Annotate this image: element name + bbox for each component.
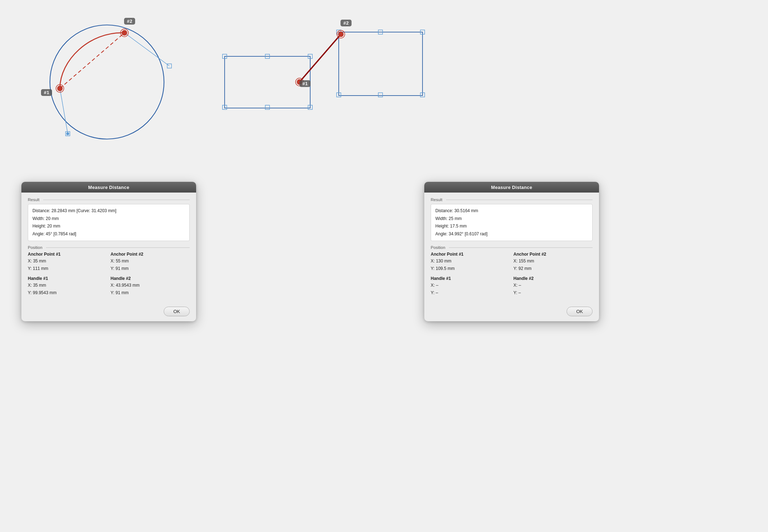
- svg-point-7: [57, 86, 62, 91]
- left-anchor2-x: X: 55 mm: [111, 257, 190, 265]
- left-anchor-grid: Anchor Point #1 X: 35 mm Y: 111 mm Ancho…: [28, 252, 190, 272]
- right-width: Width: 25 mm: [435, 215, 588, 223]
- right-handle-grid: Handle #1 X: – Y: – Handle #2 X: – Y: –: [431, 276, 593, 297]
- right-handle1-y: Y: –: [431, 289, 510, 297]
- right-angle: Angle: 34.992° [0.6107 rad]: [435, 230, 588, 238]
- right-anchor1-col: Anchor Point #1 X: 130 mm Y: 109.5 mm: [431, 252, 510, 272]
- right-anchor1-label: Anchor Point #1: [431, 252, 510, 257]
- left-result-section-label: Result: [28, 198, 190, 202]
- svg-rect-23: [378, 93, 383, 97]
- right-diagram-svg: [221, 11, 428, 146]
- left-ok-button[interactable]: OK: [164, 307, 190, 316]
- right-result-box: Distance: 30.5164 mm Width: 25 mm Height…: [431, 204, 593, 241]
- svg-rect-18: [339, 32, 423, 96]
- left-anchor1-col: Anchor Point #1 X: 35 mm Y: 111 mm: [28, 252, 107, 272]
- left-diagram: #1 #2: [21, 7, 207, 164]
- left-dialog-footer: OK: [21, 305, 196, 321]
- left-anchor2-label: Anchor Point #2: [111, 252, 190, 257]
- left-handle2-col: Handle #2 X: 43.9543 mm Y: 91 mm: [111, 276, 190, 297]
- right-anchor2-x: X: 155 mm: [513, 257, 593, 265]
- left-anchor1-x: X: 35 mm: [28, 257, 107, 265]
- left-width: Width: 20 mm: [32, 215, 185, 223]
- right-handle1-col: Handle #1 X: – Y: –: [431, 276, 510, 297]
- left-handle2-label: Handle #2: [111, 276, 190, 281]
- svg-point-6: [66, 132, 69, 135]
- right-handle2-y: Y: –: [513, 289, 593, 297]
- point1-badge-left: #1: [41, 89, 52, 96]
- right-diagram: #1 #2: [221, 11, 428, 153]
- svg-line-25: [299, 34, 341, 82]
- left-anchor1-y: Y: 111 mm: [28, 265, 107, 272]
- right-measure-dialog: Measure Distance Result Distance: 30.516…: [424, 182, 599, 321]
- svg-line-2: [60, 88, 68, 134]
- svg-rect-16: [265, 105, 270, 109]
- point2-badge-left: #2: [124, 18, 135, 25]
- left-position-section-label: Position: [28, 245, 190, 250]
- left-diagram-svg: [21, 7, 200, 160]
- left-anchor2-y: Y: 91 mm: [111, 265, 190, 272]
- left-result-box: Distance: 28.2843 mm [Curve: 31.4203 mm]…: [28, 204, 190, 241]
- right-handle1-label: Handle #1: [431, 276, 510, 281]
- right-anchor1-x: X: 130 mm: [431, 257, 510, 265]
- left-angle: Angle: 45° [0.7854 rad]: [32, 230, 185, 238]
- left-anchor2-col: Anchor Point #2 X: 55 mm Y: 91 mm: [111, 252, 190, 272]
- left-handle-grid: Handle #1 X: 35 mm Y: 99.9543 mm Handle …: [28, 276, 190, 297]
- right-dialog-footer: OK: [424, 305, 599, 321]
- left-handle2-y: Y: 91 mm: [111, 289, 190, 297]
- left-height: Height: 20 mm: [32, 222, 185, 230]
- right-dialog-title: Measure Distance: [424, 182, 599, 193]
- right-height: Height: 17.5 mm: [435, 222, 588, 230]
- left-anchor1-label: Anchor Point #1: [28, 252, 107, 257]
- svg-point-9: [122, 30, 127, 35]
- left-dialog-body: Result Distance: 28.2843 mm [Curve: 31.4…: [21, 193, 196, 305]
- left-handle1-col: Handle #1 X: 35 mm Y: 99.9543 mm: [28, 276, 107, 297]
- left-measure-dialog: Measure Distance Result Distance: 28.284…: [21, 182, 196, 321]
- right-dialog-body: Result Distance: 30.5164 mm Width: 25 mm…: [424, 193, 599, 305]
- left-handle1-x: X: 35 mm: [28, 282, 107, 289]
- right-anchor-grid: Anchor Point #1 X: 130 mm Y: 109.5 mm An…: [431, 252, 593, 272]
- point2-badge-right: #2: [341, 20, 352, 26]
- right-handle2-col: Handle #2 X: – Y: –: [513, 276, 593, 297]
- point1-badge-right: #1: [299, 80, 311, 87]
- svg-line-3: [124, 33, 169, 66]
- right-handle2-x: X: –: [513, 282, 593, 289]
- left-distance: Distance: 28.2843 mm [Curve: 31.4203 mm]: [32, 207, 185, 215]
- right-ok-button[interactable]: OK: [567, 307, 593, 316]
- right-anchor2-label: Anchor Point #2: [513, 252, 593, 257]
- left-handle1-label: Handle #1: [28, 276, 107, 281]
- svg-point-28: [338, 32, 343, 37]
- right-anchor1-y: Y: 109.5 mm: [431, 265, 510, 272]
- right-handle2-label: Handle #2: [513, 276, 593, 281]
- left-dialog-title: Measure Distance: [21, 182, 196, 193]
- right-anchor2-col: Anchor Point #2 X: 155 mm Y: 92 mm: [513, 252, 593, 272]
- right-anchor2-y: Y: 92 mm: [513, 265, 593, 272]
- right-position-section-label: Position: [431, 245, 593, 250]
- left-handle1-y: Y: 99.9543 mm: [28, 289, 107, 297]
- right-distance: Distance: 30.5164 mm: [435, 207, 588, 215]
- right-handle1-x: X: –: [431, 282, 510, 289]
- left-handle2-x: X: 43.9543 mm: [111, 282, 190, 289]
- right-result-section-label: Result: [431, 198, 593, 202]
